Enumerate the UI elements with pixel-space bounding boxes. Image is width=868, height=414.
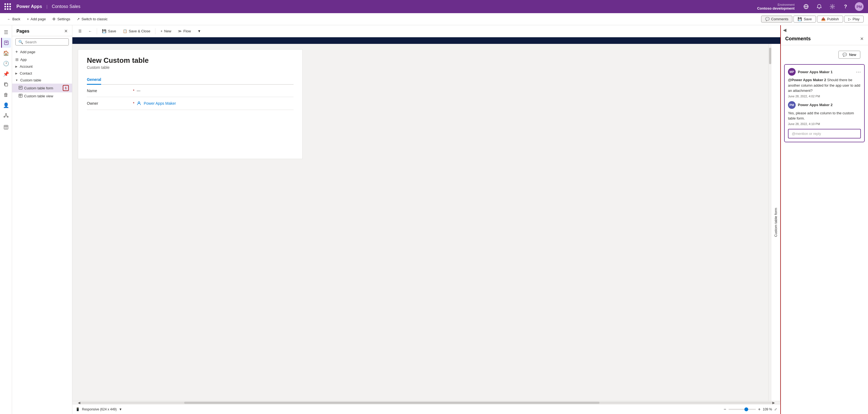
- back-icon: ←: [7, 17, 11, 21]
- back-button[interactable]: ← Back: [4, 16, 23, 22]
- vertical-scrollbar[interactable]: [768, 44, 772, 401]
- form-save-close-btn[interactable]: 📋 Save & Close: [120, 28, 153, 34]
- form-subtitle: Custom table: [87, 65, 293, 70]
- nav-delete-icon[interactable]: 🗑: [1, 90, 11, 100]
- publish-button[interactable]: 📤 Publish: [817, 16, 843, 23]
- nav-person-icon[interactable]: 👤: [1, 100, 11, 110]
- tree-item-contact[interactable]: ▶ Contact: [12, 70, 72, 77]
- name-field-value[interactable]: ---: [136, 89, 140, 93]
- form-flow-chevron-icon: ▼: [197, 29, 201, 33]
- pages-panel-header: Pages ✕: [12, 25, 72, 36]
- comment2-time: June 28, 2022, 4:10 PM: [788, 122, 861, 125]
- env-label: Environment: [757, 3, 795, 6]
- author2-name: Power Apps Maker 2: [798, 103, 833, 107]
- comments-button[interactable]: 💬 Comments: [761, 16, 793, 23]
- save-button[interactable]: 💾 Save: [794, 16, 816, 23]
- author1-avatar: MP: [788, 68, 796, 76]
- side-label[interactable]: Custom table form: [772, 44, 780, 401]
- h-scroll-track: [80, 402, 772, 404]
- tree-item-account-label: Account: [20, 64, 33, 68]
- svg-line-12: [4, 116, 6, 116]
- tree-item-custom-table-form[interactable]: Custom table form 1: [12, 84, 72, 92]
- product-name: Power Apps: [17, 4, 42, 9]
- play-icon: ▷: [848, 17, 851, 21]
- tree-item-custom-table-view[interactable]: Custom table view: [12, 92, 72, 100]
- search-input[interactable]: [25, 40, 66, 44]
- form-tab-general[interactable]: General: [87, 75, 101, 85]
- form-save-close-icon: 📋: [123, 29, 127, 33]
- comments-new-area: 💬 New: [781, 45, 868, 62]
- svg-point-9: [4, 116, 5, 117]
- pages-tree: ⊞ App ▶ Account ▶ Contact ▼ Custom table: [12, 56, 72, 414]
- nav-pages-icon[interactable]: [1, 38, 11, 48]
- switch-classic-button[interactable]: ↗ Switch to classic: [74, 16, 110, 22]
- zoom-slider[interactable]: [728, 409, 756, 410]
- form-new-btn[interactable]: + New: [158, 28, 174, 34]
- nav-icons: ? PM: [802, 2, 864, 11]
- comment-menu-icon[interactable]: ⋯: [856, 69, 861, 75]
- search-box[interactable]: 🔍: [16, 38, 69, 46]
- notifications-icon[interactable]: [815, 3, 823, 10]
- zoom-plus-btn[interactable]: +: [758, 407, 761, 412]
- form-new-plus-icon: +: [160, 29, 162, 33]
- user-avatar[interactable]: PM: [855, 2, 864, 11]
- tree-item-account[interactable]: ▶ Account: [12, 63, 72, 70]
- bottom-bar: 📱 Responsive (624 x 449) ▼ − + 109 % ⤢: [72, 404, 780, 414]
- form-menu-btn[interactable]: ☰: [75, 28, 85, 34]
- help-icon[interactable]: ?: [842, 3, 849, 10]
- add-page-button[interactable]: + Add page: [24, 16, 49, 22]
- add-page-item[interactable]: + Add page: [12, 48, 72, 56]
- form-canvas: New Custom table Custom table General Na…: [78, 49, 303, 159]
- comment-reply-input[interactable]: @mention or reply: [788, 129, 861, 139]
- toolbar-divider-2: [155, 28, 155, 34]
- nav-table-icon[interactable]: [1, 122, 11, 132]
- back-label: Back: [12, 17, 20, 21]
- form-flow-btn[interactable]: ≫ Flow: [175, 28, 193, 34]
- add-icon: +: [27, 17, 29, 21]
- settings-icon[interactable]: [829, 3, 836, 10]
- comment-icon: 💬: [765, 17, 770, 21]
- form-flow-dropdown-btn[interactable]: ▼: [195, 28, 204, 34]
- app-grid-icon: ⊞: [16, 57, 19, 62]
- horizontal-scrollbar[interactable]: ◀ ▶: [72, 401, 780, 404]
- nav-history-icon[interactable]: 🕐: [1, 59, 11, 68]
- comments-header: Comments ✕: [781, 33, 868, 45]
- owner-field-value[interactable]: Power Apps Maker: [136, 101, 176, 106]
- svg-rect-17: [19, 86, 22, 89]
- nav-hierarchy-icon[interactable]: [1, 111, 11, 121]
- nav-home-icon[interactable]: 🏠: [1, 48, 11, 58]
- environment-icon[interactable]: [802, 3, 810, 10]
- play-button[interactable]: ▷ Play: [844, 16, 864, 23]
- tree-item-app-label: App: [20, 58, 27, 62]
- app-name: Contoso Sales: [52, 4, 80, 9]
- comment1-body: @Power Apps Maker 2 Should there be anot…: [788, 77, 861, 93]
- comments-collapse-icon[interactable]: ◀: [783, 27, 786, 33]
- nav-copy-icon[interactable]: [1, 80, 11, 89]
- form-toolbar: ☰ ← 💾 Save 📋 Save & Close + New ≫ Flow ▼: [72, 25, 780, 37]
- svg-point-10: [7, 116, 8, 117]
- responsive-chevron-icon[interactable]: ▼: [119, 407, 122, 411]
- gear-icon: ⚙: [52, 17, 56, 21]
- author1-name: Power Apps Maker 1: [798, 70, 833, 74]
- nav-menu-icon[interactable]: ☰: [1, 27, 11, 37]
- zoom-controls: − + 109 % ⤢: [723, 407, 777, 412]
- zoom-value: 109 %: [763, 407, 772, 411]
- svg-rect-20: [19, 94, 22, 97]
- comments-new-button[interactable]: 💬 New: [838, 51, 860, 59]
- comment-new-icon: 💬: [842, 53, 847, 57]
- zoom-minus-btn[interactable]: −: [723, 407, 726, 412]
- tree-item-app[interactable]: ⊞ App: [12, 56, 72, 63]
- pages-panel-close-icon[interactable]: ✕: [64, 29, 68, 34]
- form-save-btn[interactable]: 💾 Save: [99, 28, 119, 34]
- form-icon: [19, 86, 23, 90]
- form-back-btn[interactable]: ←: [86, 28, 95, 34]
- add-page-label: Add page: [20, 50, 35, 54]
- toolbar-divider-1: [97, 28, 97, 34]
- tree-item-custom-table[interactable]: ▼ Custom table: [12, 77, 72, 84]
- settings-button[interactable]: ⚙ Settings: [50, 16, 73, 22]
- comments-panel: ◀ Comments ✕ 💬 New MP Power Apps Maker 1…: [780, 25, 868, 414]
- expand-icon[interactable]: ⤢: [774, 407, 777, 411]
- app-launcher-icon[interactable]: [4, 3, 11, 10]
- nav-pin-icon[interactable]: 📌: [1, 69, 11, 79]
- comments-close-icon[interactable]: ✕: [860, 36, 864, 41]
